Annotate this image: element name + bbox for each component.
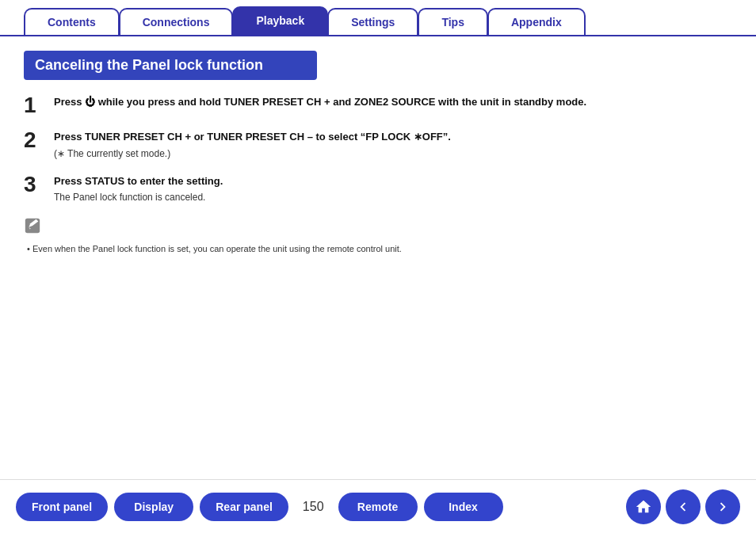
step-3-content: Press STATUS to enter the setting. The P… — [54, 173, 223, 205]
step-3-sub: The Panel lock function is canceled. — [54, 190, 223, 204]
rear-panel-button[interactable]: Rear panel — [200, 493, 288, 521]
tab-appendix[interactable]: Appendix — [487, 8, 586, 35]
home-icon — [635, 498, 652, 516]
front-panel-button[interactable]: Front panel — [16, 493, 108, 521]
step-1-content: Press ⏻ while you press and hold TUNER P… — [54, 94, 586, 110]
display-button[interactable]: Display — [114, 493, 193, 521]
bottom-nav: Front panel Display Rear panel 150 Remot… — [0, 479, 756, 533]
index-button[interactable]: Index — [424, 493, 503, 521]
note-section: • Even when the Panel lock function is s… — [24, 217, 732, 255]
step-3: 3 Press STATUS to enter the setting. The… — [24, 173, 732, 205]
remote-button[interactable]: Remote — [338, 493, 418, 521]
step-2: 2 Press TUNER PRESET CH + or TUNER PRESE… — [24, 129, 732, 161]
main-content: Canceling the Panel lock function 1 Pres… — [0, 36, 756, 263]
step-1-number: 1 — [24, 94, 54, 116]
tab-connections[interactable]: Connections — [119, 8, 234, 35]
step-2-text: Press TUNER PRESET CH + or TUNER PRESET … — [54, 131, 451, 143]
step-3-number: 3 — [24, 173, 54, 196]
nav-tabs: Contents Connections Playback Settings T… — [0, 0, 756, 36]
tab-tips[interactable]: Tips — [418, 8, 488, 35]
step-1: 1 Press ⏻ while you press and hold TUNER… — [24, 94, 732, 116]
note-bullet: • Even when the Panel lock function is s… — [24, 241, 732, 255]
step-3-text: Press STATUS to enter the setting. — [54, 175, 223, 187]
forward-button[interactable] — [705, 489, 740, 524]
back-button[interactable] — [666, 489, 701, 524]
page-number: 150 — [303, 500, 324, 514]
step-2-sub: (∗ The currently set mode.) — [54, 147, 451, 161]
note-icon — [24, 217, 732, 241]
step-2-content: Press TUNER PRESET CH + or TUNER PRESET … — [54, 129, 451, 161]
tab-playback[interactable]: Playback — [232, 6, 328, 35]
home-button[interactable] — [626, 489, 661, 524]
step-2-number: 2 — [24, 129, 54, 151]
tab-settings[interactable]: Settings — [327, 8, 418, 35]
tab-contents[interactable]: Contents — [24, 8, 120, 35]
back-arrow-icon — [674, 498, 692, 516]
forward-arrow-icon — [714, 498, 731, 516]
step-1-text: Press ⏻ while you press and hold TUNER P… — [54, 96, 586, 108]
section-title: Canceling the Panel lock function — [24, 51, 317, 80]
